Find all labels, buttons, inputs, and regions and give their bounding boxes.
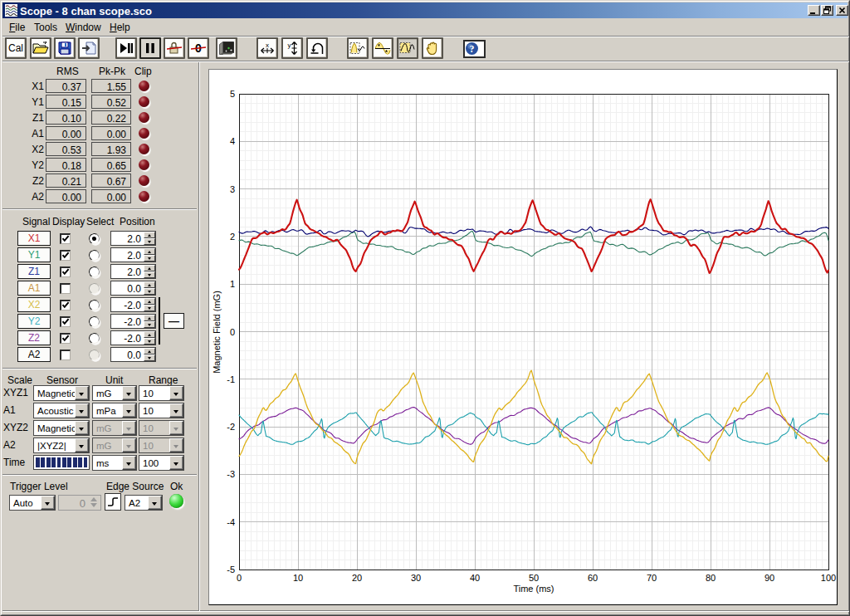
svg-text:2: 2 — [230, 232, 235, 242]
svg-text:-5: -5 — [227, 565, 235, 574]
svg-text:0: 0 — [237, 573, 242, 583]
svg-text:70: 70 — [647, 573, 657, 583]
svg-text:Time (ms): Time (ms) — [513, 584, 554, 594]
svg-text:10: 10 — [293, 573, 303, 583]
svg-text:?: ? — [470, 43, 475, 55]
svg-text:x: x — [266, 42, 269, 49]
svg-text:90: 90 — [765, 573, 774, 583]
svg-text:3: 3 — [230, 184, 235, 194]
svg-text:Magnetic Field (mG): Magnetic Field (mG) — [212, 291, 222, 374]
svg-text:-2: -2 — [227, 422, 235, 432]
svg-text:80: 80 — [706, 573, 716, 583]
svg-text:30: 30 — [411, 573, 421, 583]
svg-text:1: 1 — [230, 279, 235, 289]
svg-text:100: 100 — [821, 573, 836, 583]
svg-text:-1: -1 — [227, 374, 235, 384]
svg-text:4: 4 — [230, 136, 235, 146]
svg-text:y: y — [288, 42, 291, 49]
svg-text:-3: -3 — [227, 469, 235, 479]
svg-text:50: 50 — [529, 573, 539, 583]
svg-text:20: 20 — [352, 573, 362, 583]
svg-text:-4: -4 — [227, 517, 235, 527]
svg-text:0: 0 — [230, 327, 235, 337]
svg-text:60: 60 — [588, 573, 598, 583]
svg-text:40: 40 — [470, 573, 480, 583]
svg-text:5: 5 — [230, 89, 235, 99]
